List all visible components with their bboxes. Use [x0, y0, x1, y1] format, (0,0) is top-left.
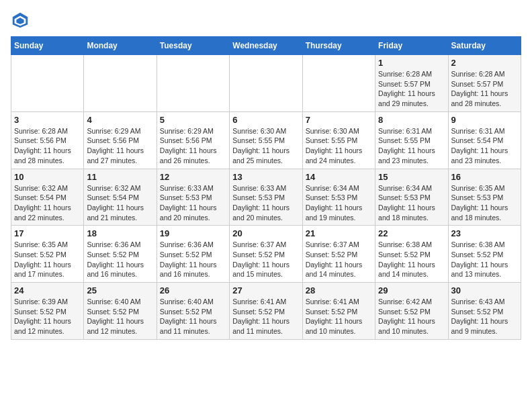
calendar-header: SundayMondayTuesdayWednesdayThursdayFrid… — [11, 37, 521, 55]
day-info: Sunrise: 6:30 AMSunset: 5:55 PMDaylight:… — [232, 126, 299, 166]
calendar-cell: 28Sunrise: 6:41 AMSunset: 5:52 PMDayligh… — [302, 283, 375, 340]
day-info: Sunrise: 6:36 AMSunset: 5:52 PMDaylight:… — [160, 240, 226, 279]
page-header — [11, 11, 521, 30]
day-info: Sunrise: 6:42 AMSunset: 5:52 PMDaylight:… — [378, 297, 445, 336]
calendar-cell: 15Sunrise: 6:34 AMSunset: 5:53 PMDayligh… — [375, 169, 448, 226]
day-number: 12 — [160, 172, 226, 182]
day-number: 10 — [14, 172, 81, 182]
calendar-cell: 18Sunrise: 6:36 AMSunset: 5:52 PMDayligh… — [84, 226, 157, 283]
day-info: Sunrise: 6:28 AMSunset: 5:57 PMDaylight:… — [451, 69, 518, 109]
day-number: 1 — [378, 58, 445, 68]
calendar-week-row: 24Sunrise: 6:39 AMSunset: 5:52 PMDayligh… — [11, 283, 521, 340]
calendar-cell — [11, 55, 84, 112]
day-number: 5 — [160, 115, 226, 125]
logo-icon — [11, 11, 30, 30]
calendar-cell: 14Sunrise: 6:34 AMSunset: 5:53 PMDayligh… — [302, 169, 375, 226]
day-number: 19 — [160, 228, 226, 238]
day-number: 15 — [378, 172, 445, 182]
day-number: 2 — [451, 58, 518, 68]
calendar-cell: 8Sunrise: 6:31 AMSunset: 5:55 PMDaylight… — [375, 111, 448, 169]
day-info: Sunrise: 6:33 AMSunset: 5:53 PMDaylight:… — [232, 183, 299, 223]
calendar-cell: 1Sunrise: 6:28 AMSunset: 5:57 PMDaylight… — [375, 55, 448, 112]
day-info: Sunrise: 6:38 AMSunset: 5:52 PMDaylight:… — [378, 240, 445, 279]
day-info: Sunrise: 6:43 AMSunset: 5:52 PMDaylight:… — [451, 297, 518, 336]
day-number: 26 — [160, 285, 226, 295]
day-number: 29 — [378, 285, 445, 295]
calendar-cell: 25Sunrise: 6:40 AMSunset: 5:52 PMDayligh… — [84, 283, 157, 340]
calendar-cell: 22Sunrise: 6:38 AMSunset: 5:52 PMDayligh… — [375, 226, 448, 283]
day-info: Sunrise: 6:40 AMSunset: 5:52 PMDaylight:… — [87, 297, 153, 336]
calendar-cell — [302, 55, 375, 112]
day-info: Sunrise: 6:40 AMSunset: 5:52 PMDaylight:… — [160, 297, 226, 336]
calendar-cell: 11Sunrise: 6:32 AMSunset: 5:54 PMDayligh… — [84, 169, 157, 226]
day-info: Sunrise: 6:35 AMSunset: 5:52 PMDaylight:… — [14, 240, 81, 279]
calendar-week-row: 17Sunrise: 6:35 AMSunset: 5:52 PMDayligh… — [11, 226, 521, 283]
calendar-cell — [230, 55, 302, 112]
calendar-cell: 2Sunrise: 6:28 AMSunset: 5:57 PMDaylight… — [448, 55, 521, 112]
calendar-cell: 19Sunrise: 6:36 AMSunset: 5:52 PMDayligh… — [157, 226, 229, 283]
weekday-header: Saturday — [448, 37, 521, 55]
calendar-week-row: 1Sunrise: 6:28 AMSunset: 5:57 PMDaylight… — [11, 55, 521, 112]
calendar-cell: 9Sunrise: 6:31 AMSunset: 5:54 PMDaylight… — [448, 111, 521, 169]
day-number: 9 — [451, 115, 518, 125]
day-info: Sunrise: 6:29 AMSunset: 5:56 PMDaylight:… — [160, 126, 226, 166]
calendar-cell: 12Sunrise: 6:33 AMSunset: 5:53 PMDayligh… — [157, 169, 229, 226]
day-number: 7 — [306, 115, 372, 125]
weekday-header: Monday — [84, 37, 157, 55]
calendar-cell: 17Sunrise: 6:35 AMSunset: 5:52 PMDayligh… — [11, 226, 84, 283]
calendar-cell: 6Sunrise: 6:30 AMSunset: 5:55 PMDaylight… — [230, 111, 302, 169]
day-info: Sunrise: 6:29 AMSunset: 5:56 PMDaylight:… — [87, 126, 153, 166]
day-number: 22 — [378, 228, 445, 238]
calendar-cell: 24Sunrise: 6:39 AMSunset: 5:52 PMDayligh… — [11, 283, 84, 340]
day-info: Sunrise: 6:33 AMSunset: 5:53 PMDaylight:… — [160, 183, 226, 223]
day-number: 23 — [451, 228, 518, 238]
calendar-cell: 16Sunrise: 6:35 AMSunset: 5:53 PMDayligh… — [448, 169, 521, 226]
day-info: Sunrise: 6:32 AMSunset: 5:54 PMDaylight:… — [87, 183, 153, 223]
weekday-header: Tuesday — [157, 37, 229, 55]
day-number: 20 — [232, 228, 299, 238]
day-number: 6 — [232, 115, 299, 125]
day-info: Sunrise: 6:35 AMSunset: 5:53 PMDaylight:… — [451, 183, 518, 223]
calendar-cell: 3Sunrise: 6:28 AMSunset: 5:56 PMDaylight… — [11, 111, 84, 169]
day-info: Sunrise: 6:41 AMSunset: 5:52 PMDaylight:… — [306, 297, 372, 336]
weekday-header: Wednesday — [230, 37, 302, 55]
weekday-header: Friday — [375, 37, 448, 55]
weekday-header: Sunday — [11, 37, 84, 55]
day-number: 18 — [87, 228, 153, 238]
day-number: 17 — [14, 228, 81, 238]
calendar-cell: 26Sunrise: 6:40 AMSunset: 5:52 PMDayligh… — [157, 283, 229, 340]
day-info: Sunrise: 6:31 AMSunset: 5:54 PMDaylight:… — [451, 126, 518, 166]
day-number: 11 — [87, 172, 153, 182]
day-number: 27 — [232, 285, 299, 295]
day-number: 14 — [306, 172, 372, 182]
day-info: Sunrise: 6:37 AMSunset: 5:52 PMDaylight:… — [232, 240, 299, 279]
day-info: Sunrise: 6:28 AMSunset: 5:56 PMDaylight:… — [14, 126, 81, 166]
calendar-cell: 10Sunrise: 6:32 AMSunset: 5:54 PMDayligh… — [11, 169, 84, 226]
day-number: 24 — [14, 285, 81, 295]
calendar-week-row: 3Sunrise: 6:28 AMSunset: 5:56 PMDaylight… — [11, 111, 521, 169]
day-number: 4 — [87, 115, 153, 125]
day-info: Sunrise: 6:30 AMSunset: 5:55 PMDaylight:… — [306, 126, 372, 166]
calendar-cell: 27Sunrise: 6:41 AMSunset: 5:52 PMDayligh… — [230, 283, 302, 340]
day-number: 25 — [87, 285, 153, 295]
day-info: Sunrise: 6:41 AMSunset: 5:52 PMDaylight:… — [232, 297, 299, 336]
day-number: 3 — [14, 115, 81, 125]
calendar-cell: 21Sunrise: 6:37 AMSunset: 5:52 PMDayligh… — [302, 226, 375, 283]
day-info: Sunrise: 6:36 AMSunset: 5:52 PMDaylight:… — [87, 240, 153, 279]
calendar-week-row: 10Sunrise: 6:32 AMSunset: 5:54 PMDayligh… — [11, 169, 521, 226]
calendar-cell: 4Sunrise: 6:29 AMSunset: 5:56 PMDaylight… — [84, 111, 157, 169]
day-info: Sunrise: 6:31 AMSunset: 5:55 PMDaylight:… — [378, 126, 445, 166]
calendar-cell — [84, 55, 157, 112]
logo — [11, 11, 32, 30]
day-number: 8 — [378, 115, 445, 125]
calendar-cell — [157, 55, 229, 112]
calendar-cell: 30Sunrise: 6:43 AMSunset: 5:52 PMDayligh… — [448, 283, 521, 340]
calendar-cell: 29Sunrise: 6:42 AMSunset: 5:52 PMDayligh… — [375, 283, 448, 340]
calendar-cell: 20Sunrise: 6:37 AMSunset: 5:52 PMDayligh… — [230, 226, 302, 283]
day-info: Sunrise: 6:38 AMSunset: 5:52 PMDaylight:… — [451, 240, 518, 279]
day-number: 16 — [451, 172, 518, 182]
calendar-cell: 7Sunrise: 6:30 AMSunset: 5:55 PMDaylight… — [302, 111, 375, 169]
day-info: Sunrise: 6:34 AMSunset: 5:53 PMDaylight:… — [378, 183, 445, 223]
day-info: Sunrise: 6:39 AMSunset: 5:52 PMDaylight:… — [14, 297, 81, 336]
calendar-table: SundayMondayTuesdayWednesdayThursdayFrid… — [11, 36, 521, 340]
